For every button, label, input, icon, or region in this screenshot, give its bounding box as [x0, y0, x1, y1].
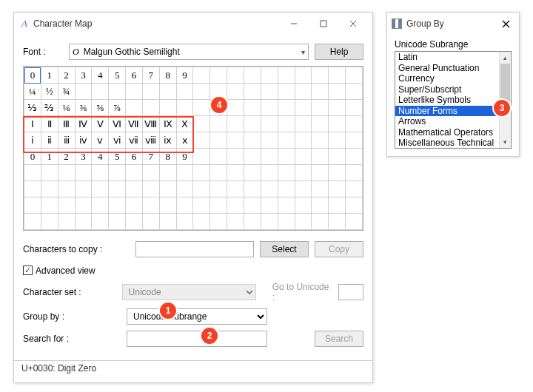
char-cell[interactable]: ⅴ — [92, 132, 109, 149]
char-cell[interactable] — [261, 197, 278, 214]
char-cell[interactable] — [75, 84, 92, 100]
char-cell[interactable] — [346, 116, 363, 132]
char-cell[interactable]: 4 — [92, 149, 109, 165]
subrange-item[interactable]: Super/Subscript — [395, 84, 499, 95]
char-cell[interactable] — [142, 100, 159, 116]
char-cell[interactable] — [346, 197, 363, 214]
char-cell[interactable] — [227, 149, 244, 165]
char-cell[interactable] — [312, 197, 329, 214]
char-cell[interactable] — [142, 165, 159, 181]
char-cell[interactable] — [346, 214, 363, 230]
char-cell[interactable]: 5 — [109, 67, 126, 84]
char-cell[interactable] — [278, 165, 295, 181]
char-cell[interactable] — [244, 149, 261, 165]
groupby-close-button[interactable] — [495, 13, 516, 34]
char-cell[interactable]: 3 — [75, 67, 92, 84]
char-cell[interactable] — [92, 181, 109, 197]
char-cell[interactable] — [193, 149, 210, 165]
char-cell[interactable] — [329, 84, 346, 100]
char-cell[interactable]: Ⅷ — [142, 116, 159, 132]
char-cell[interactable] — [41, 165, 58, 181]
char-cell[interactable] — [244, 165, 261, 181]
char-cell[interactable] — [58, 214, 75, 230]
char-cell[interactable] — [346, 149, 363, 165]
char-cell[interactable]: ⅹ — [176, 132, 193, 149]
char-cell[interactable] — [278, 214, 295, 230]
char-cell[interactable] — [329, 165, 346, 181]
char-cell[interactable]: Ⅵ — [109, 116, 126, 132]
char-cell[interactable] — [126, 197, 143, 214]
char-cell[interactable] — [278, 197, 295, 214]
char-cell[interactable] — [346, 100, 363, 116]
char-cell[interactable] — [159, 181, 176, 197]
char-cell[interactable] — [295, 116, 312, 132]
char-cell[interactable] — [24, 165, 41, 181]
char-cell[interactable] — [227, 100, 244, 116]
char-cell[interactable]: ⅓ — [24, 100, 41, 116]
char-cell[interactable]: 8 — [159, 67, 176, 84]
char-cell[interactable] — [193, 116, 210, 132]
subrange-item[interactable]: General Punctuation — [395, 63, 499, 74]
char-cell[interactable] — [24, 197, 41, 214]
char-cell[interactable]: Ⅱ — [41, 116, 58, 132]
char-cell[interactable] — [41, 197, 58, 214]
char-cell[interactable] — [295, 165, 312, 181]
char-cell[interactable] — [142, 181, 159, 197]
char-cell[interactable] — [261, 116, 278, 132]
char-cell[interactable] — [227, 165, 244, 181]
subrange-item[interactable]: Mathematical Operators — [395, 127, 499, 138]
subrange-listbox[interactable]: LatinGeneral PunctuationCurrencySuper/Su… — [395, 51, 512, 149]
char-cell[interactable] — [329, 197, 346, 214]
char-cell[interactable] — [176, 214, 193, 230]
char-cell[interactable]: 6 — [126, 149, 143, 165]
char-cell[interactable]: ⅛ — [58, 100, 75, 116]
char-cell[interactable]: ⅱ — [41, 132, 58, 149]
search-input[interactable] — [127, 331, 267, 347]
chars-to-copy-input[interactable] — [135, 241, 254, 257]
subrange-item[interactable]: Number Forms — [395, 106, 499, 117]
char-cell[interactable]: 3 — [75, 149, 92, 165]
char-cell[interactable] — [312, 132, 329, 149]
char-cell[interactable]: Ⅶ — [126, 116, 143, 132]
char-cell[interactable] — [126, 214, 143, 230]
char-cell[interactable] — [109, 197, 126, 214]
char-cell[interactable] — [244, 116, 261, 132]
char-cell[interactable] — [41, 214, 58, 230]
char-cell[interactable] — [261, 165, 278, 181]
char-cell[interactable] — [159, 165, 176, 181]
char-cell[interactable] — [261, 181, 278, 197]
char-cell[interactable] — [142, 84, 159, 100]
subrange-item[interactable]: Letterlike Symbols — [395, 95, 499, 106]
char-cell[interactable] — [193, 181, 210, 197]
char-cell[interactable] — [346, 132, 363, 149]
scroll-down-icon[interactable]: ▾ — [500, 136, 511, 148]
char-cell[interactable]: Ⅴ — [92, 116, 109, 132]
char-cell[interactable] — [244, 214, 261, 230]
char-cell[interactable] — [210, 132, 227, 149]
char-cell[interactable] — [227, 214, 244, 230]
char-cell[interactable]: ¼ — [24, 84, 41, 100]
char-cell[interactable] — [227, 67, 244, 84]
char-cell[interactable] — [346, 84, 363, 100]
char-cell[interactable]: 8 — [159, 149, 176, 165]
char-cell[interactable]: 4 — [92, 67, 109, 84]
char-cell[interactable] — [312, 165, 329, 181]
char-cell[interactable] — [159, 84, 176, 100]
char-cell[interactable]: ⅳ — [75, 132, 92, 149]
char-cell[interactable] — [329, 214, 346, 230]
char-cell[interactable] — [193, 132, 210, 149]
groupby-select[interactable]: Unicode Subrange — [127, 308, 267, 325]
char-cell[interactable] — [244, 181, 261, 197]
char-cell[interactable] — [295, 132, 312, 149]
close-button[interactable] — [338, 13, 368, 34]
char-cell[interactable] — [295, 149, 312, 165]
char-cell[interactable] — [329, 100, 346, 116]
char-cell[interactable] — [109, 165, 126, 181]
char-cell[interactable] — [24, 214, 41, 230]
scroll-thumb[interactable] — [500, 64, 510, 105]
char-cell[interactable] — [346, 67, 363, 84]
help-button[interactable]: Help — [315, 44, 363, 60]
char-cell[interactable] — [126, 165, 143, 181]
char-cell[interactable] — [278, 181, 295, 197]
char-cell[interactable] — [227, 84, 244, 100]
